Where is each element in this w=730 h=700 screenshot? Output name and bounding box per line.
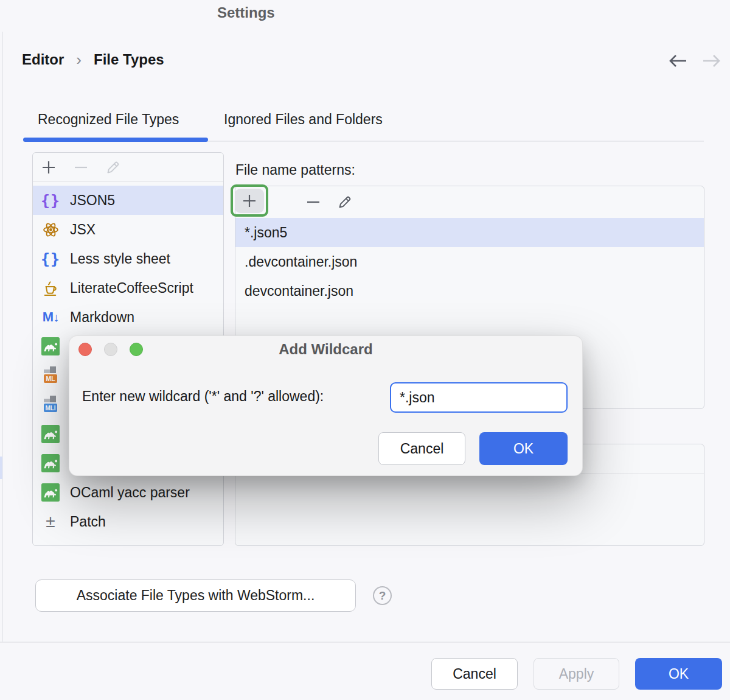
dialog-title: Add Wildcard xyxy=(69,341,582,358)
ocaml-camel-icon xyxy=(41,425,60,443)
settings-ok-button[interactable]: OK xyxy=(635,658,722,690)
add-pattern-highlight xyxy=(231,184,268,217)
tab-recognized-file-types[interactable]: Recognized File Types xyxy=(38,111,179,128)
edit-pattern-button pencil-icon[interactable] xyxy=(336,194,353,211)
breadcrumb: Editor › File Types xyxy=(22,50,164,69)
list-item-label: Patch xyxy=(70,514,106,530)
svg-text:MLI: MLI xyxy=(45,405,55,411)
list-item-label: Markdown xyxy=(70,309,134,326)
active-tab-underline xyxy=(23,138,208,142)
braces-icon: {} xyxy=(41,250,60,268)
pattern-row-devcontainer[interactable]: devcontainer.json xyxy=(235,276,704,306)
patterns-toolbar xyxy=(235,186,704,218)
braces-icon: {} xyxy=(41,191,60,209)
arrow-right-icon[interactable] xyxy=(700,52,724,69)
settings-apply-button[interactable]: Apply xyxy=(534,658,619,690)
window-title: Settings xyxy=(217,4,275,21)
list-item-ocaml-yacc-parser[interactable]: OCaml yacc parser xyxy=(33,478,223,507)
edit-file-type-button pencil-icon[interactable] xyxy=(105,159,122,176)
wildcard-input[interactable] xyxy=(390,382,568,413)
ocaml-camel-icon xyxy=(41,454,60,472)
ocaml-camel-icon xyxy=(41,337,60,355)
dialog-cancel-button[interactable]: Cancel xyxy=(378,432,465,465)
list-item-label: LiterateCoffeeScript xyxy=(70,280,193,296)
list-item-label: Less style sheet xyxy=(70,251,170,267)
remove-file-type-button minus-icon[interactable] xyxy=(72,159,89,176)
sidebar-divider xyxy=(2,32,3,642)
ocaml-ml-file-icon: ML xyxy=(41,366,60,385)
wildcard-prompt-label: Enter new wildcard ('*' and '?' allowed)… xyxy=(82,388,324,405)
help-icon[interactable]: ? xyxy=(373,586,392,605)
plus-minus-icon: ± xyxy=(41,513,60,531)
list-item-label: JSX xyxy=(70,222,96,238)
list-item-less[interactable]: {} Less style sheet xyxy=(33,244,223,273)
pattern-value: .devcontainer.json xyxy=(245,254,357,270)
markdown-icon: M↓ xyxy=(41,308,60,326)
associate-file-types-button[interactable]: Associate File Types with WebStorm... xyxy=(35,579,356,612)
pattern-row-json5[interactable]: *.json5 xyxy=(235,218,704,247)
react-icon xyxy=(41,220,60,239)
chevron-right-icon: › xyxy=(76,50,82,69)
plus-icon xyxy=(241,192,258,209)
add-file-type-button plus-icon[interactable] xyxy=(40,159,57,176)
settings-window: Settings Editor › File Types Recognized … xyxy=(0,0,730,700)
svg-text:ML: ML xyxy=(46,375,55,382)
list-item-jsx[interactable]: JSX xyxy=(33,215,223,244)
coffee-cup-icon xyxy=(41,279,60,297)
add-pattern-button[interactable] xyxy=(235,189,264,213)
pattern-row-devcontainer-dot[interactable]: .devcontainer.json xyxy=(235,247,704,276)
list-item-json5[interactable]: {} JSON5 xyxy=(33,186,223,215)
tab-ignored-files-folders[interactable]: Ignored Files and Folders xyxy=(224,111,383,128)
history-nav xyxy=(666,52,724,69)
footer-divider xyxy=(0,642,730,643)
file-name-patterns-label: File name patterns: xyxy=(235,162,355,178)
breadcrumb-file-types: File Types xyxy=(94,51,164,68)
breadcrumb-editor[interactable]: Editor xyxy=(22,51,64,68)
pattern-value: *.json5 xyxy=(245,225,287,241)
patterns-list: *.json5 .devcontainer.json devcontainer.… xyxy=(235,218,704,306)
remove-pattern-button minus-icon[interactable] xyxy=(305,194,322,211)
ocaml-mli-file-icon: MLI xyxy=(41,396,60,414)
settings-cancel-button[interactable]: Cancel xyxy=(431,658,518,690)
dialog-ok-button[interactable]: OK xyxy=(479,432,568,465)
arrow-left-icon[interactable] xyxy=(666,52,690,69)
pattern-value: devcontainer.json xyxy=(245,283,353,299)
tree-selection-edge xyxy=(0,457,2,479)
list-item-label: OCaml yacc parser xyxy=(70,485,190,501)
list-item-literatecoffeescript[interactable]: LiterateCoffeeScript xyxy=(33,273,223,303)
list-item-markdown[interactable]: M↓ Markdown xyxy=(33,303,223,332)
add-wildcard-dialog: Add Wildcard Enter new wildcard ('*' and… xyxy=(69,335,583,476)
list-item-label: JSON5 xyxy=(70,192,115,209)
list-item-patch[interactable]: ± Patch xyxy=(33,507,223,536)
ocaml-camel-icon xyxy=(41,483,60,502)
file-types-toolbar xyxy=(33,153,223,182)
associate-button-label: Associate File Types with WebStorm... xyxy=(77,587,315,604)
